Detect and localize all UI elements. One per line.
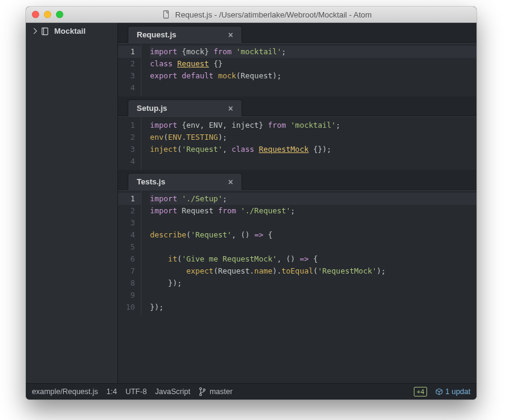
tab[interactable]: Tests.js× — [128, 173, 242, 190]
code-line[interactable]: export default mock(Request); — [150, 70, 476, 82]
svg-point-5 — [203, 389, 205, 390]
minimize-window-button[interactable] — [44, 11, 51, 18]
code-line[interactable] — [150, 155, 476, 168]
editor-pane: Request.js×1234import {mock} from 'mockt… — [118, 23, 476, 96]
close-window-button[interactable] — [32, 11, 39, 18]
text-editor[interactable]: 1234import {mock} from 'mocktail';class … — [118, 43, 476, 96]
code-line[interactable]: import {mock} from 'mocktail'; — [150, 46, 476, 58]
zoom-window-button[interactable] — [56, 11, 63, 18]
line-number[interactable]: 3 — [118, 143, 135, 155]
tab-bar[interactable]: Tests.js× — [118, 170, 476, 190]
code-line[interactable]: import Request from './Request'; — [150, 205, 476, 217]
status-cursor-position[interactable]: 1:4 — [107, 387, 117, 396]
tab[interactable]: Setup.js× — [128, 99, 242, 116]
tab[interactable]: Request.js× — [128, 26, 242, 43]
svg-point-3 — [199, 387, 201, 389]
titlebar[interactable]: Request.js - /Users/atimberlake/Webroot/… — [26, 7, 476, 23]
line-number[interactable]: 2 — [118, 205, 135, 217]
status-updates[interactable]: 1 updat — [436, 387, 470, 396]
status-git-diff[interactable]: +4 — [414, 387, 428, 396]
code-area[interactable]: import './Setup';import Request from './… — [142, 190, 476, 316]
text-editor[interactable]: 1234import {env, ENV, inject} from 'mock… — [118, 116, 476, 170]
status-bar: example/Request.js 1:4 UTF-8 JavaScript … — [26, 383, 476, 400]
svg-rect-0 — [163, 11, 168, 18]
line-number[interactable]: 1 — [118, 46, 141, 58]
code-line[interactable]: expect(Request.name).toEqual('RequestMoc… — [150, 265, 476, 277]
traffic-lights — [32, 11, 63, 18]
tab-label: Tests.js — [137, 177, 165, 186]
code-line[interactable]: }); — [150, 277, 476, 289]
code-line[interactable] — [150, 241, 476, 253]
git-branch-icon — [199, 387, 206, 396]
git-diff-text: +4 — [417, 387, 425, 396]
status-grammar[interactable]: JavaScript — [155, 387, 190, 396]
tab-bar[interactable]: Setup.js× — [118, 96, 476, 116]
line-number[interactable]: 4 — [118, 82, 135, 94]
gutter[interactable]: 1234 — [118, 117, 142, 170]
code-line[interactable]: inject('Request', class RequestMock {}); — [150, 143, 476, 155]
line-number[interactable]: 6 — [118, 253, 135, 265]
line-number[interactable]: 7 — [118, 265, 135, 277]
app-window: Request.js - /Users/atimberlake/Webroot/… — [26, 7, 476, 400]
code-line[interactable] — [150, 217, 476, 229]
code-line[interactable] — [150, 289, 476, 301]
line-number[interactable]: 4 — [118, 229, 135, 241]
svg-point-4 — [199, 393, 201, 395]
code-area[interactable]: import {mock} from 'mocktail';class Requ… — [142, 43, 476, 96]
updates-text: 1 updat — [445, 387, 470, 396]
line-number[interactable]: 4 — [118, 155, 135, 168]
svg-rect-1 — [42, 28, 48, 34]
editor-pane: Setup.js×1234import {env, ENV, inject} f… — [118, 96, 476, 170]
chevron-right-icon — [31, 28, 37, 34]
branch-name: master — [210, 387, 233, 396]
close-icon[interactable]: × — [228, 31, 233, 39]
tab-label: Setup.js — [137, 104, 167, 113]
editor-pane: Tests.js×12345678910import './Setup';imp… — [118, 170, 476, 316]
window-title: Request.js - /Users/atimberlake/Webroot/… — [175, 10, 372, 19]
code-area[interactable]: import {env, ENV, inject} from 'mocktail… — [142, 117, 476, 170]
gutter[interactable]: 1234 — [118, 43, 142, 96]
tab-bar[interactable]: Request.js× — [118, 23, 476, 43]
code-line[interactable]: env(ENV.TESTING); — [150, 131, 476, 143]
status-git-branch[interactable]: master — [199, 387, 233, 396]
line-number[interactable]: 2 — [118, 131, 135, 143]
code-line[interactable] — [150, 82, 476, 94]
code-line[interactable]: }); — [150, 301, 476, 313]
line-number[interactable]: 8 — [118, 277, 135, 289]
file-icon — [162, 10, 170, 19]
project-name: Mocktail — [54, 27, 86, 36]
close-icon[interactable]: × — [228, 178, 233, 186]
line-number[interactable]: 5 — [118, 241, 135, 253]
package-icon — [436, 388, 443, 395]
line-number[interactable]: 9 — [118, 289, 135, 301]
code-line[interactable]: describe('Request', () => { — [150, 229, 476, 241]
line-number[interactable]: 1 — [118, 119, 135, 131]
window-title-group: Request.js - /Users/atimberlake/Webroot/… — [63, 10, 470, 19]
project-root-row[interactable]: Mocktail — [26, 23, 117, 39]
line-number[interactable]: 3 — [118, 217, 135, 229]
repo-icon — [41, 27, 49, 36]
text-editor[interactable]: 12345678910import './Setup';import Reque… — [118, 190, 476, 316]
code-line[interactable]: import './Setup'; — [150, 193, 476, 205]
line-number[interactable]: 2 — [118, 58, 135, 70]
code-line[interactable]: class Request {} — [150, 58, 476, 70]
code-line[interactable]: it('Give me RequestMock', () => { — [150, 253, 476, 265]
code-line[interactable]: import {env, ENV, inject} from 'mocktail… — [150, 119, 476, 131]
status-file-path[interactable]: example/Request.js — [32, 387, 98, 396]
line-number[interactable]: 10 — [118, 301, 135, 313]
tab-label: Request.js — [137, 30, 176, 39]
line-number[interactable]: 1 — [118, 193, 141, 205]
status-encoding[interactable]: UTF-8 — [125, 387, 146, 396]
gutter[interactable]: 12345678910 — [118, 190, 142, 316]
editor-panes: Request.js×1234import {mock} from 'mockt… — [118, 23, 476, 383]
line-number[interactable]: 3 — [118, 70, 135, 82]
tree-view-sidebar[interactable]: Mocktail — [26, 23, 118, 383]
close-icon[interactable]: × — [228, 104, 233, 113]
